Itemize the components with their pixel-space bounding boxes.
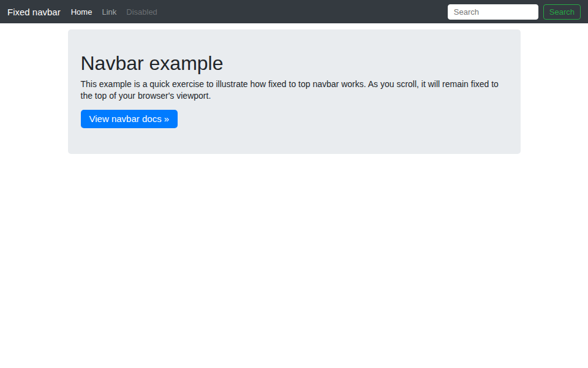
jumbotron: Navbar example This example is a quick e…	[68, 29, 521, 154]
nav-item-disabled: Disabled	[121, 7, 162, 17]
page-title: Navbar example	[81, 52, 508, 75]
navbar-nav: Home Link Disabled	[66, 6, 162, 17]
nav-item: Disabled	[121, 6, 162, 17]
nav-item: Home	[66, 6, 97, 17]
search-submit-button[interactable]: Search	[543, 4, 581, 20]
search-form: Search	[448, 4, 581, 20]
navbar-brand[interactable]: Fixed navbar	[7, 7, 61, 17]
nav-item-home[interactable]: Home	[66, 7, 97, 17]
nav-item: Link	[97, 6, 121, 17]
search-input[interactable]	[448, 4, 538, 20]
page-description: This example is a quick exercise to illu…	[81, 79, 508, 102]
top-navbar: Fixed navbar Home Link Disabled Search	[0, 0, 588, 23]
view-navbar-docs-button[interactable]: View navbar docs »	[81, 110, 178, 128]
nav-item-link[interactable]: Link	[97, 7, 121, 17]
